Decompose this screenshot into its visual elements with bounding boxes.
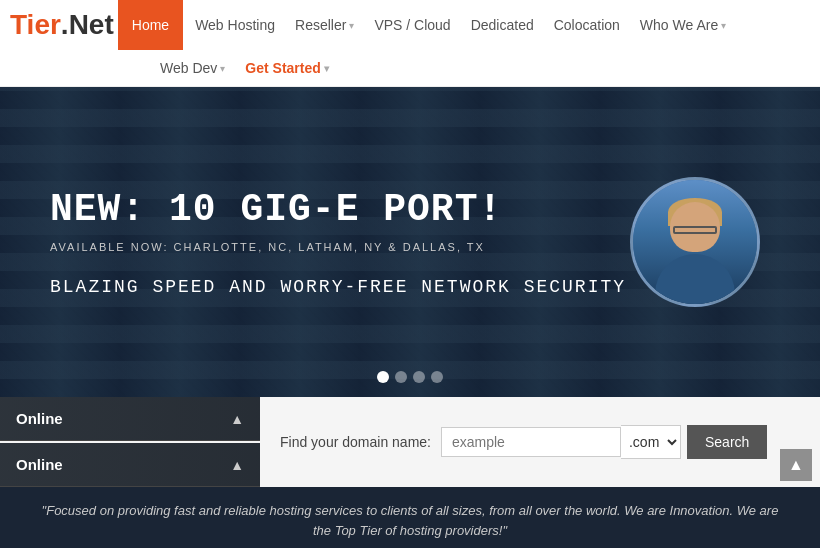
hero-dot-2[interactable] bbox=[395, 371, 407, 383]
back-to-top-button[interactable]: ▲ bbox=[780, 449, 812, 481]
nav-link-reseller[interactable]: Reseller▾ bbox=[285, 0, 364, 50]
below-hero: Online ▲ Online ▲ Find your domain name:… bbox=[0, 397, 820, 487]
domain-tld-select[interactable]: .com .net .org .info bbox=[621, 425, 681, 459]
nav-link-web-dev[interactable]: Web Dev ▾ bbox=[150, 60, 235, 76]
hero-section: NEW: 10 GIG-E PORT! AVAILABLE NOW: CHARL… bbox=[0, 87, 820, 397]
logo-tier: Tier bbox=[10, 9, 61, 41]
avatar-body bbox=[655, 254, 735, 304]
hero-dot-3[interactable] bbox=[413, 371, 425, 383]
nav-item-reseller[interactable]: Reseller▾ bbox=[285, 0, 364, 50]
footer-quote-text: "Focused on providing fast and reliable … bbox=[42, 503, 779, 538]
nav-links: Web Hosting Reseller▾ VPS / Cloud Dedica… bbox=[185, 0, 736, 50]
sidebar-item-arrow-1: ▲ bbox=[230, 411, 244, 427]
logo-dot: . bbox=[61, 9, 69, 41]
nav-link-vps[interactable]: VPS / Cloud bbox=[364, 0, 460, 50]
sidebar-item-label-2: Online bbox=[16, 456, 63, 473]
home-button[interactable]: Home bbox=[118, 0, 183, 50]
domain-search-button[interactable]: Search bbox=[687, 425, 767, 459]
domain-search-label: Find your domain name: bbox=[280, 434, 431, 450]
below-hero-wrapper: Online ▲ Online ▲ Find your domain name:… bbox=[0, 397, 820, 487]
nav-link-who-we-are[interactable]: Who We Are▾ bbox=[630, 0, 736, 50]
nav-item-colocation[interactable]: Colocation bbox=[544, 0, 630, 50]
web-dev-arrow-icon: ▾ bbox=[220, 63, 225, 74]
nav-link-dedicated[interactable]: Dedicated bbox=[461, 0, 544, 50]
logo-net: Net bbox=[69, 9, 114, 41]
navbar-row2: Web Dev ▾ Get Started ▾ bbox=[10, 50, 810, 86]
sidebar-item-online-1[interactable]: Online ▲ bbox=[0, 397, 260, 441]
who-we-are-arrow-icon: ▾ bbox=[721, 20, 726, 31]
navbar: Tier . Net Home Web Hosting Reseller▾ VP… bbox=[0, 0, 820, 87]
domain-search-input[interactable] bbox=[441, 427, 621, 457]
sidebar-panel: Online ▲ Online ▲ bbox=[0, 397, 260, 487]
nav-item-web-hosting[interactable]: Web Hosting bbox=[185, 0, 285, 50]
hero-dot-4[interactable] bbox=[431, 371, 443, 383]
reseller-arrow-icon: ▾ bbox=[349, 20, 354, 31]
nav-link-get-started[interactable]: Get Started ▾ bbox=[235, 60, 338, 76]
avatar-glasses bbox=[673, 226, 717, 234]
hero-dot-1[interactable] bbox=[377, 371, 389, 383]
sidebar-item-arrow-2: ▲ bbox=[230, 457, 244, 473]
avatar-person bbox=[633, 180, 757, 304]
hero-dots bbox=[377, 371, 443, 383]
sidebar-item-online-2[interactable]: Online ▲ bbox=[0, 443, 260, 487]
nav-item-who-we-are[interactable]: Who We Are▾ bbox=[630, 0, 736, 50]
nav-link-web-hosting[interactable]: Web Hosting bbox=[185, 0, 285, 50]
nav-item-dedicated[interactable]: Dedicated bbox=[461, 0, 544, 50]
footer-quote: "Focused on providing fast and reliable … bbox=[0, 487, 820, 548]
nav-item-vps[interactable]: VPS / Cloud bbox=[364, 0, 460, 50]
logo: Tier . Net bbox=[10, 9, 114, 41]
hero-avatar bbox=[630, 177, 760, 307]
domain-search-area: Find your domain name: .com .net .org .i… bbox=[260, 397, 820, 487]
nav-link-colocation[interactable]: Colocation bbox=[544, 0, 630, 50]
get-started-arrow-icon: ▾ bbox=[324, 63, 329, 74]
sidebar-item-label-1: Online bbox=[16, 410, 63, 427]
